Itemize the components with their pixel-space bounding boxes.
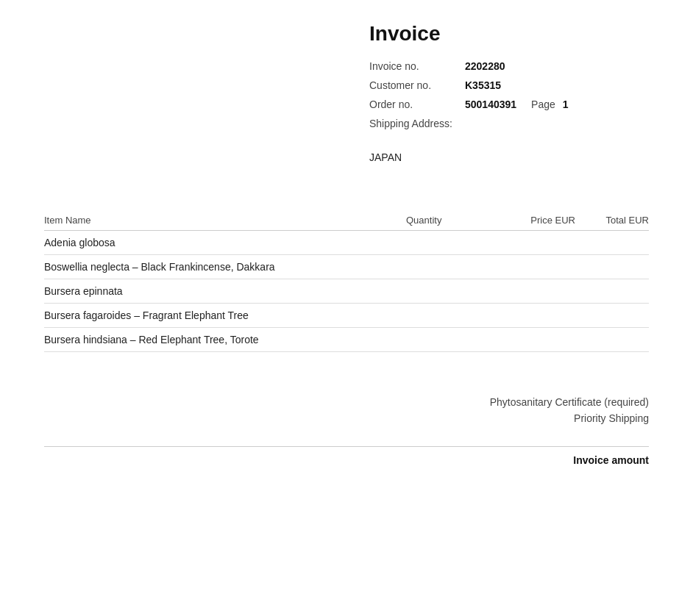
country-value: JAPAN	[369, 151, 649, 163]
table-header-row: Item Name Quantity Price EUR Total EUR	[44, 215, 649, 231]
page-label: Page	[531, 99, 555, 110]
item-name-2: Boswellia neglecta – Black Frankincense,…	[44, 261, 406, 273]
item-name-1: Adenia globosa	[44, 237, 406, 248]
invoice-page: Invoice Invoice no. 2202280 Customer no.…	[0, 0, 693, 616]
table-row: Boswellia neglecta – Black Frankincense,…	[44, 255, 649, 279]
invoice-no-label: Invoice no.	[369, 60, 465, 72]
col-header-total: Total EUR	[575, 215, 649, 226]
table-row: Bursera hindsiana – Red Elephant Tree, T…	[44, 328, 649, 352]
page-value: 1	[563, 99, 569, 110]
notes-section: Phytosanitary Certificate (required) Pri…	[44, 396, 649, 424]
order-info: Order no. 500140391	[369, 99, 516, 110]
table-row: Bursera fagaroides – Fragrant Elephant T…	[44, 304, 649, 328]
customer-no-label: Customer no.	[369, 79, 465, 91]
note-phytosanitary: Phytosanitary Certificate (required)	[44, 396, 649, 408]
table-row: Bursera epinnata	[44, 279, 649, 304]
shipping-address-section: Shipping Address:	[369, 118, 649, 129]
item-name-3: Bursera epinnata	[44, 285, 406, 297]
table-row: Adenia globosa	[44, 231, 649, 255]
note-priority-shipping: Priority Shipping	[44, 412, 649, 424]
order-no-label: Order no.	[369, 99, 465, 110]
invoice-amount-section: Invoice amount	[44, 446, 649, 466]
item-name-5: Bursera hindsiana – Red Elephant Tree, T…	[44, 334, 406, 345]
invoice-amount-label: Invoice amount	[573, 454, 649, 466]
customer-no-value: K35315	[465, 79, 501, 91]
invoice-no-value: 2202280	[465, 60, 505, 72]
col-header-price: Price EUR	[494, 215, 575, 226]
invoice-info-block: Invoice Invoice no. 2202280 Customer no.…	[369, 22, 649, 207]
col-header-item-name: Item Name	[44, 215, 406, 226]
invoice-table: Item Name Quantity Price EUR Total EUR A…	[44, 215, 649, 352]
customer-no-row: Customer no. K35315	[369, 79, 649, 91]
order-page-row: Order no. 500140391 Page 1	[369, 99, 649, 110]
invoice-no-row: Invoice no. 2202280	[369, 60, 649, 72]
col-header-quantity: Quantity	[406, 215, 494, 226]
invoice-title: Invoice	[369, 22, 649, 46]
invoice-header: Invoice Invoice no. 2202280 Customer no.…	[44, 22, 649, 207]
order-no-value: 500140391	[465, 99, 516, 110]
item-name-4: Bursera fagaroides – Fragrant Elephant T…	[44, 309, 406, 321]
shipping-address-label: Shipping Address:	[369, 118, 452, 129]
page-section: Page 1	[531, 99, 569, 110]
